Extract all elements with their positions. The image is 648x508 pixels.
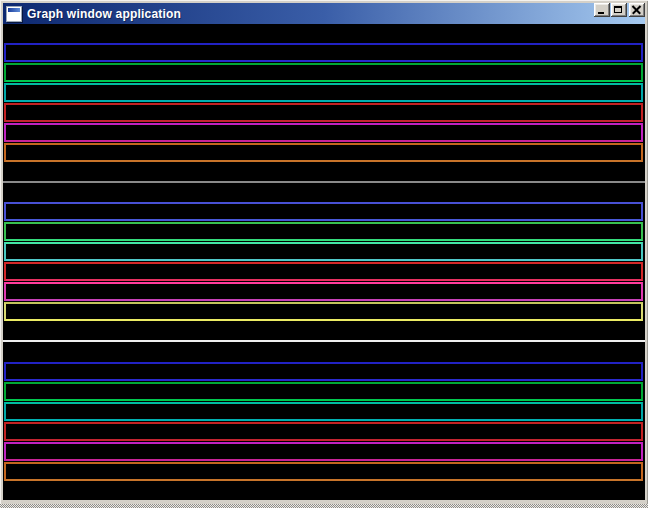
title-bar[interactable]: Graph window application [3,3,645,24]
minimize-icon [598,12,604,14]
color-band-pink-bright [4,282,643,301]
white-separator-line [3,340,645,342]
color-band-green-dark [4,63,643,82]
window-title: Graph window application [27,7,181,21]
window-controls [593,3,645,17]
application-window: Graph window application [0,0,648,508]
color-band-magenta-dark [4,123,643,142]
color-band-red-dark-2 [4,422,643,441]
color-band-orange-dark-2 [4,462,643,481]
color-band-blue-bright [4,202,643,221]
color-band-magenta-dark-2 [4,442,643,461]
maximize-icon [614,6,622,13]
color-band-blue-dark-2 [4,362,643,381]
close-button[interactable] [629,3,645,17]
color-band-yellow-bright [4,302,643,321]
color-band-cyan-dark [4,83,643,102]
client-area [3,24,645,500]
app-icon-titlestripe [8,8,20,12]
color-band-red-dark [4,103,643,122]
color-band-green-dark-2 [4,382,643,401]
window-bottom-dither-edge [0,504,648,508]
app-icon[interactable] [6,6,22,22]
close-icon [632,5,641,14]
color-band-cyan-dark-2 [4,402,643,421]
maximize-button[interactable] [611,3,627,17]
color-band-green-bright [4,222,643,241]
minimize-button[interactable] [594,3,610,17]
color-band-blue-dark [4,43,643,62]
gray-separator-line [3,181,645,183]
color-band-red-bright [4,262,643,281]
color-band-mint-bright [4,242,643,261]
color-band-orange-dark [4,143,643,162]
